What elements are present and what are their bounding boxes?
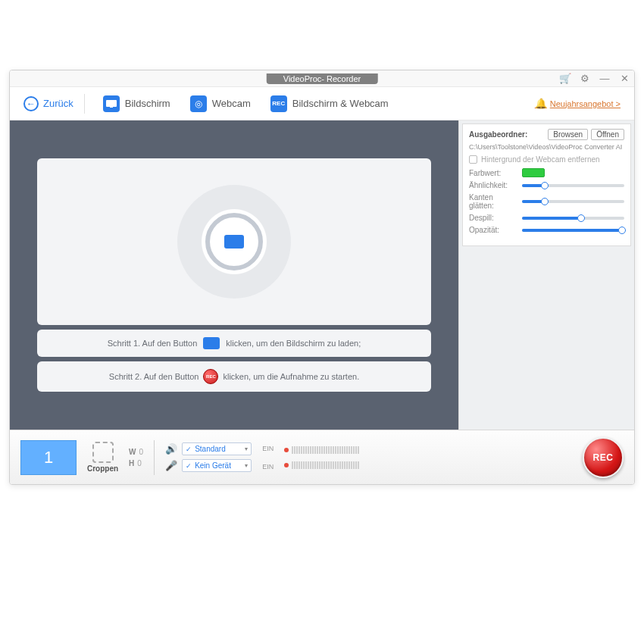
opacity-slider[interactable]: Opazität:	[469, 226, 624, 234]
bell-icon: 🔔	[535, 98, 547, 109]
step-1-hint: Schritt 1. Auf den Button klicken, um de…	[37, 330, 431, 357]
screen-icon	[103, 95, 120, 112]
main-area: Schritt 1. Auf den Button klicken, um de…	[10, 120, 634, 430]
color-row: Farbwert:	[469, 168, 624, 177]
crop-icon	[92, 442, 114, 463]
gear-icon[interactable]: ⚙	[580, 73, 590, 84]
bottom-bar: 1 Croppen W0 H0 🔊 ✓Standard▾ 🎤 ✓Kein Ger…	[10, 430, 634, 484]
source-thumbnail[interactable]: 1	[20, 440, 77, 475]
toolbar: ← Zurück Bildschirm ◎ Webcam REC Bildsch…	[10, 87, 634, 120]
preview-card[interactable]	[37, 158, 431, 325]
preview-area: Schritt 1. Auf den Button klicken, um de…	[10, 120, 458, 430]
back-arrow-icon: ←	[23, 96, 39, 111]
camera-icon	[224, 235, 244, 249]
dimensions-display: W0 H0	[129, 448, 143, 467]
separator	[84, 94, 85, 114]
output-folder-label: Ausgabeordner:	[469, 130, 527, 139]
titlebar: VideoProc- Recorder 🛒 ⚙ — ✕	[10, 70, 634, 87]
promo-link[interactable]: 🔔 Neujahrsangebot >	[535, 98, 621, 109]
despill-slider[interactable]: Despill:	[469, 214, 624, 222]
speaker-icon: 🔊	[165, 443, 177, 455]
svg-rect-1	[110, 107, 113, 108]
mic-meter	[284, 461, 359, 469]
mode-screen-label: Bildschirm	[125, 98, 170, 109]
minimize-icon[interactable]: —	[599, 73, 610, 84]
color-swatch[interactable]	[522, 168, 545, 177]
speaker-meter	[284, 446, 359, 454]
browse-button[interactable]: Browsen	[548, 129, 588, 140]
microphone-icon: 🎤	[165, 460, 177, 471]
edges-slider[interactable]: Kanten glätten:	[469, 193, 624, 210]
mode-both[interactable]: REC Bildschirm & Webcam	[263, 92, 396, 115]
window-title: VideoProc- Recorder	[267, 73, 378, 84]
app-window: VideoProc- Recorder 🛒 ⚙ — ✕ ← Zurück Bil…	[9, 70, 635, 485]
side-panel: Ausgabeordner: Browsen Öffnen C:\Users\T…	[458, 120, 634, 430]
separator	[154, 440, 155, 475]
screen-icon	[203, 337, 220, 349]
record-button[interactable]: REC	[583, 437, 624, 478]
mode-webcam[interactable]: ◎ Webcam	[183, 92, 258, 115]
mic-select[interactable]: ✓Kein Gerät▾	[182, 459, 252, 472]
crop-button[interactable]: Croppen	[87, 442, 118, 473]
open-button[interactable]: Öffnen	[591, 129, 624, 140]
output-path: C:\Users\Toolstone\Videos\VideoProc Conv…	[469, 143, 624, 151]
mode-webcam-label: Webcam	[212, 98, 251, 109]
similarity-slider[interactable]: Ähnlichkeit:	[469, 181, 624, 189]
promo-label: Neujahrsangebot >	[550, 99, 621, 108]
cart-icon[interactable]: 🛒	[560, 73, 571, 84]
mode-screen[interactable]: Bildschirm	[95, 92, 178, 115]
ein-labels: EIN EIN	[262, 445, 274, 470]
webcam-icon: ◎	[190, 95, 207, 112]
mode-both-label: Bildschirm & Webcam	[292, 98, 389, 109]
back-label: Zurück	[43, 98, 73, 109]
rec-mini-icon: REC	[203, 369, 218, 384]
checkbox-icon	[469, 155, 477, 164]
speaker-select[interactable]: ✓Standard▾	[182, 442, 252, 455]
close-icon[interactable]: ✕	[619, 73, 630, 84]
svg-rect-0	[106, 100, 117, 107]
step-2-hint: Schritt 2. Auf den Button REC klicken, u…	[37, 361, 431, 392]
remove-bg-checkbox[interactable]: Hintergrund der Webcam entfernen	[469, 155, 624, 164]
screen-webcam-icon: REC	[270, 95, 287, 112]
back-button[interactable]: ← Zurück	[23, 96, 73, 111]
preview-ring	[177, 185, 291, 299]
